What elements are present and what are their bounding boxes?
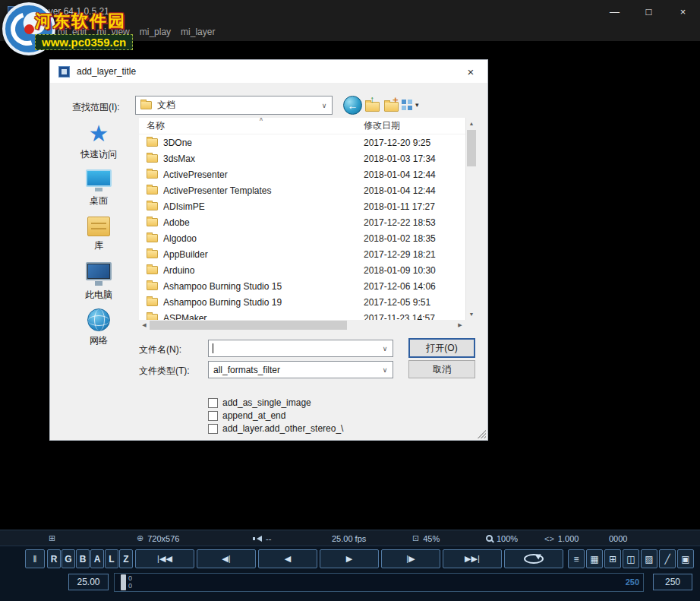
magnifier-icon bbox=[486, 535, 493, 542]
vertical-scrollbar[interactable]: ▲ ▼ bbox=[465, 118, 476, 320]
channel-r-button[interactable]: R bbox=[47, 549, 61, 568]
channel-g-button[interactable]: G bbox=[61, 549, 75, 568]
dialog-close-button[interactable]: × bbox=[456, 62, 486, 81]
place-label: 库 bbox=[94, 239, 103, 252]
file-row[interactable]: Algodoo2018-01-02 18:35 bbox=[139, 230, 476, 246]
sidebar-item-network[interactable]: 网络 bbox=[59, 308, 138, 347]
up-one-level-button[interactable]: ↑ bbox=[365, 97, 382, 112]
column-header-date[interactable]: 修改日期 bbox=[364, 119, 455, 132]
sidebar-item-libraries[interactable]: 库 bbox=[59, 217, 138, 252]
folder-icon bbox=[147, 138, 158, 147]
loop-playback-button[interactable] bbox=[504, 549, 563, 568]
zoom-indicator[interactable]: 100% bbox=[486, 530, 518, 546]
end-frame-box[interactable]: 250 bbox=[653, 574, 692, 590]
file-name: Ashampoo Burning Studio 19 bbox=[163, 297, 364, 308]
mask-view-button[interactable]: ▨ bbox=[641, 549, 657, 568]
file-row[interactable]: AppBuilder2017-12-29 18:21 bbox=[139, 246, 476, 262]
file-date: 2017-12-06 14:06 bbox=[364, 281, 436, 292]
look-in-combobox[interactable]: 文档 ∨ bbox=[135, 96, 333, 115]
open-button[interactable]: 打开(O) bbox=[408, 338, 475, 358]
timeline-bar: 25.00 0 0 250 250 bbox=[0, 571, 700, 601]
column-header-name[interactable]: 名称 bbox=[139, 119, 364, 132]
view-menu-button[interactable]: ▾ bbox=[402, 98, 424, 112]
new-folder-button[interactable]: + bbox=[384, 97, 401, 112]
file-row[interactable]: Ashampoo Burning Studio 192017-12-05 9:5… bbox=[139, 294, 476, 310]
maximize-button[interactable]: □ bbox=[632, 0, 666, 23]
channel-l-button[interactable]: L bbox=[105, 549, 118, 568]
channel-b-button[interactable]: B bbox=[76, 549, 90, 568]
file-row[interactable]: ActivePresenter Templates2018-01-04 12:4… bbox=[139, 182, 476, 198]
current-frame-value: 0 bbox=[128, 582, 132, 590]
file-name: ASPMaker bbox=[163, 313, 364, 321]
pdplayer-window: Pdplayer 64 1.0.5.21 — □ × mi_file mi_ed… bbox=[0, 0, 700, 601]
channel-a-button[interactable]: A bbox=[90, 549, 104, 568]
scroll-left-icon[interactable]: ◀ bbox=[139, 320, 150, 331]
dialog-titlebar[interactable]: add_layer_title × bbox=[50, 60, 487, 83]
place-label: 网络 bbox=[90, 334, 108, 347]
timeline-playhead[interactable] bbox=[121, 574, 126, 590]
file-row[interactable]: ADIsimPE2018-01-11 17:27 bbox=[139, 198, 476, 214]
step-forward-button[interactable]: |▶ bbox=[381, 549, 440, 568]
file-date: 2017-12-22 18:53 bbox=[364, 217, 436, 228]
menu-item-mi-layer[interactable]: mi_layer bbox=[181, 27, 215, 37]
checkbox[interactable] bbox=[208, 411, 218, 421]
sidebar-item-this-pc[interactable]: 此电脑 bbox=[59, 262, 138, 302]
back-arrow-icon: ← bbox=[348, 100, 358, 112]
tile-view-button[interactable]: ⊞ bbox=[604, 549, 621, 568]
file-row[interactable]: Ashampoo Burning Studio 152017-12-06 14:… bbox=[139, 278, 476, 294]
channel-z-button[interactable]: Z bbox=[119, 549, 133, 568]
timeline-track[interactable]: 0 0 250 bbox=[114, 573, 644, 592]
scroll-down-icon[interactable]: ▼ bbox=[466, 308, 476, 320]
checkbox[interactable] bbox=[208, 424, 218, 434]
file-row[interactable]: ASPMaker2017-11-23 14:57 bbox=[139, 310, 476, 320]
thumbnail-view-button[interactable]: ▦ bbox=[586, 549, 603, 568]
scroll-up-icon[interactable]: ▲ bbox=[466, 118, 476, 129]
split-view-button[interactable]: ◫ bbox=[623, 549, 639, 568]
file-row[interactable]: Adobe2017-12-22 18:53 bbox=[139, 214, 476, 230]
option-add-as-single-image: add_as_single_image bbox=[208, 397, 311, 408]
play-forward-button[interactable]: ▶ bbox=[320, 549, 379, 568]
speaker-icon bbox=[257, 536, 262, 542]
timeline-view-button[interactable]: ▣ bbox=[677, 549, 694, 568]
curve-editor-button[interactable]: ╱ bbox=[659, 549, 676, 568]
dual-view-button[interactable]: ‖ bbox=[25, 549, 45, 568]
chevron-down-icon[interactable]: ∨ bbox=[318, 96, 330, 114]
fps-value-box[interactable]: 25.00 bbox=[68, 574, 109, 590]
option-label: add_as_single_image bbox=[222, 397, 311, 408]
chevron-down-icon[interactable]: ∨ bbox=[379, 340, 391, 356]
cancel-button[interactable]: 取消 bbox=[408, 360, 475, 378]
scroll-right-icon[interactable]: ▶ bbox=[455, 320, 465, 331]
range-end-label: 250 bbox=[626, 577, 639, 587]
filename-input[interactable]: ∨ bbox=[208, 340, 393, 357]
speed-icon: <> bbox=[544, 534, 554, 543]
checkbox[interactable] bbox=[208, 398, 218, 408]
menu-item-mi-play[interactable]: mi_play bbox=[140, 27, 171, 37]
vertical-scrollbar-thumb[interactable] bbox=[467, 130, 476, 166]
back-button[interactable]: ← bbox=[343, 96, 362, 115]
horizontal-scrollbar-thumb[interactable] bbox=[150, 321, 347, 330]
layer-list-button[interactable]: ≡ bbox=[568, 549, 585, 568]
frame-counter-value: 0000 bbox=[609, 534, 627, 543]
chevron-down-icon: ▾ bbox=[415, 101, 419, 109]
audio-indicator[interactable]: -- bbox=[257, 530, 271, 546]
sidebar-item-desktop[interactable]: 桌面 bbox=[59, 169, 138, 207]
fit-zoom-indicator[interactable]: ⊡ 45% bbox=[412, 530, 440, 546]
file-row[interactable]: Arduino2018-01-09 10:30 bbox=[139, 262, 476, 278]
chevron-down-icon[interactable]: ∨ bbox=[379, 362, 391, 378]
minimize-button[interactable]: — bbox=[598, 0, 632, 23]
close-button[interactable]: × bbox=[666, 0, 700, 23]
file-row[interactable]: ActivePresenter2018-01-04 12:44 bbox=[139, 166, 476, 182]
sidebar-item-quick-access[interactable]: ★ 快速访问 bbox=[59, 122, 138, 161]
file-row[interactable]: 3DOne2017-12-20 9:25 bbox=[139, 134, 476, 150]
play-backward-button[interactable]: ◀ bbox=[258, 549, 317, 568]
filetype-combobox[interactable]: all_formats_filter ∨ bbox=[208, 361, 393, 378]
speed-indicator[interactable]: <> 1.000 bbox=[544, 530, 579, 546]
horizontal-scrollbar[interactable]: ◀ ▶ bbox=[139, 320, 465, 331]
file-row[interactable]: 3dsMax2018-01-03 17:34 bbox=[139, 150, 476, 166]
viewer-mode-indicator[interactable]: ⊞ bbox=[49, 530, 55, 546]
go-to-end-button[interactable]: ▶▶| bbox=[443, 549, 502, 568]
step-back-button[interactable]: ◀| bbox=[197, 549, 256, 568]
folder-icon bbox=[147, 218, 158, 226]
go-to-start-button[interactable]: |◀◀ bbox=[135, 549, 194, 568]
resize-grip[interactable] bbox=[477, 429, 486, 438]
